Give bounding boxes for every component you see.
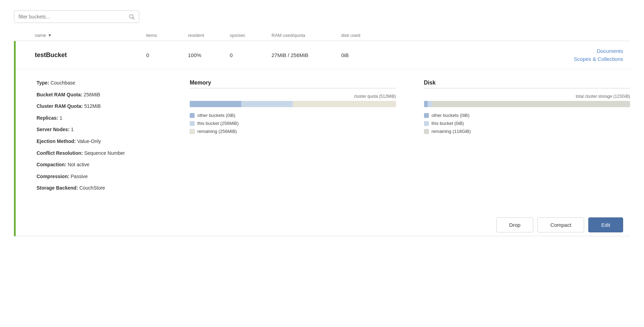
disk-bar-this [428, 101, 432, 107]
disk-legend-remaining: remaining (118GiB) [424, 129, 630, 134]
search-button[interactable] [128, 14, 135, 20]
disk-bar-remaining [432, 101, 630, 107]
prop-compression: Compression: Passive [37, 173, 169, 180]
prop-ejection: Ejection Method: Value-Only [37, 138, 169, 145]
col-header-ops: ops/sec [230, 33, 272, 38]
col-header-ram: RAM used/quota [272, 33, 341, 38]
prop-conflict: Conflict Resolution: Sequence Number [37, 150, 169, 157]
bucket-disk-used: 0iB [341, 52, 393, 58]
bucket-summary: testBucket 0 100% 0 27MiB / 256MiB 0iB D… [16, 41, 630, 69]
scopes-collections-link[interactable]: Scopes & Collections [574, 56, 623, 62]
disk-chart: Disk total cluster storage (123GiB) othe… [424, 80, 630, 197]
memory-bar-this [241, 101, 293, 107]
bucket-items: 0 [146, 52, 188, 58]
compact-button[interactable]: Compact [537, 217, 584, 232]
disk-legend-other: other buckets (0iB) [424, 113, 630, 118]
edit-button[interactable]: Edit [588, 217, 623, 232]
disk-divider [424, 88, 630, 88]
col-header-name[interactable]: name ▼ [35, 33, 146, 38]
disk-bar [424, 101, 630, 107]
memory-bar-remaining [293, 101, 396, 107]
prop-cluster-ram: Cluster RAM Quota: 512MiB [37, 103, 169, 110]
bucket-detail: Type: Couchbase Bucket RAM Quota: 256MiB… [16, 69, 630, 210]
drop-button[interactable]: Drop [496, 217, 534, 232]
prop-server-nodes: Server Nodes: 1 [37, 126, 169, 133]
disk-swatch-other [424, 113, 429, 118]
page-container: name ▼ items resident ops/sec RAM used/q… [0, 0, 644, 327]
action-buttons: Drop Compact Edit [16, 210, 630, 236]
col-header-items: items [146, 33, 188, 38]
prop-bucket-ram: Bucket RAM Quota: 256MiB [37, 91, 169, 98]
table-header: name ▼ items resident ops/sec RAM used/q… [14, 30, 630, 41]
filter-input[interactable] [18, 14, 128, 19]
disk-total-label: total cluster storage (123GiB) [424, 94, 630, 99]
memory-divider [190, 88, 396, 88]
memory-bar [190, 101, 396, 107]
disk-title: Disk [424, 80, 630, 86]
col-header-disk: disk used [341, 33, 393, 38]
filter-bar [14, 10, 630, 23]
filter-input-wrapper [14, 10, 139, 23]
memory-legend-this: this bucket (256MiB) [190, 121, 396, 126]
prop-storage: Storage Backend: CouchStore [37, 185, 169, 192]
memory-legend-remaining: remaining (256MiB) [190, 129, 396, 134]
memory-cluster-quota-label: cluster quota (512MiB) [190, 94, 396, 99]
memory-chart: Memory cluster quota (512MiB) other buck… [190, 80, 396, 197]
disk-bar-other [424, 101, 428, 107]
bucket-ops-sec: 0 [230, 52, 272, 58]
sort-icon: ▼ [48, 33, 52, 38]
memory-swatch-other [190, 113, 195, 118]
bucket-props: Type: Couchbase Bucket RAM Quota: 256MiB… [37, 80, 169, 197]
memory-swatch-remaining [190, 129, 195, 134]
charts-section: Memory cluster quota (512MiB) other buck… [190, 80, 630, 197]
bucket-name: testBucket [35, 51, 146, 59]
memory-legend-other: other buckets (0iB) [190, 113, 396, 118]
memory-bar-other [190, 101, 241, 107]
bucket-links: Documents Scopes & Collections [393, 48, 630, 62]
bucket-detail-wrapper: Type: Couchbase Bucket RAM Quota: 256MiB… [16, 69, 630, 236]
prop-compaction: Compaction: Not active [37, 161, 169, 168]
svg-line-1 [133, 18, 134, 19]
disk-swatch-this [424, 121, 429, 126]
bucket-resident: 100% [188, 52, 230, 58]
disk-legend-this: this bucket (0iB) [424, 121, 630, 126]
disk-swatch-remaining [424, 129, 429, 134]
memory-swatch-this [190, 121, 195, 126]
prop-replicas: Replicas: 1 [37, 115, 169, 122]
bucket-ram-used-quota: 27MiB / 256MiB [272, 52, 341, 58]
search-icon [128, 14, 135, 20]
prop-type: Type: Couchbase [37, 80, 169, 87]
col-header-actions [393, 33, 630, 38]
documents-link[interactable]: Documents [597, 48, 623, 54]
memory-title: Memory [190, 80, 396, 86]
col-header-resident: resident [188, 33, 230, 38]
bucket-row: testBucket 0 100% 0 27MiB / 256MiB 0iB D… [14, 41, 630, 236]
